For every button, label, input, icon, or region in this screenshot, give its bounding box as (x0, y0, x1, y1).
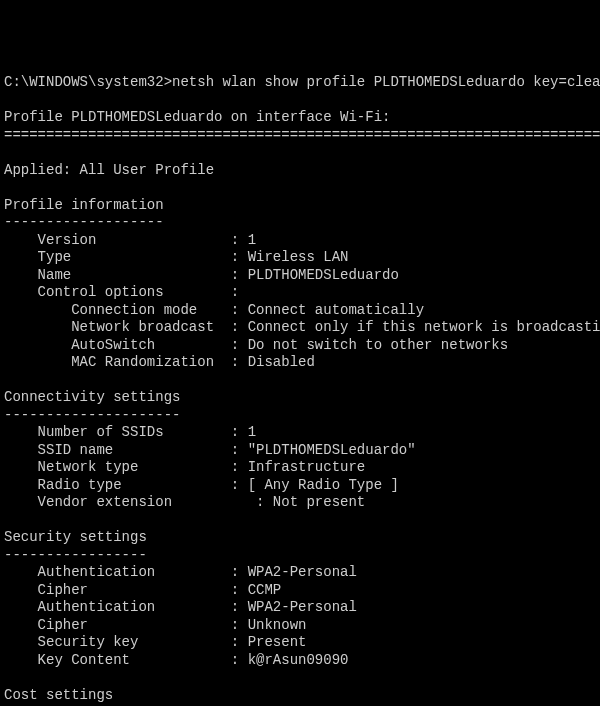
applied-line: Applied: All User Profile (4, 162, 214, 178)
output-line: Security key : Present (4, 634, 306, 650)
section-dash: --------------------- (4, 407, 180, 423)
section-dash: ------------------- (4, 214, 164, 230)
section-header: Profile information (4, 197, 164, 213)
section-header: Cost settings (4, 687, 113, 703)
output-line: Network type : Infrastructure (4, 459, 365, 475)
output-line: Cipher : CCMP (4, 582, 281, 598)
output-line: Number of SSIDs : 1 (4, 424, 256, 440)
output-line: SSID name : "PLDTHOMEDSLeduardo" (4, 442, 416, 458)
output-line: AutoSwitch : Do not switch to other netw… (4, 337, 508, 353)
output-line: Radio type : [ Any Radio Type ] (4, 477, 399, 493)
output-line: Cipher : Unknown (4, 617, 306, 633)
output-line: MAC Randomization : Disabled (4, 354, 315, 370)
section-dash: ----------------- (4, 547, 147, 563)
prompt-path: C:\WINDOWS\system32> (4, 74, 172, 90)
output-line: Type : Wireless LAN (4, 249, 348, 265)
output-line: Control options : (4, 284, 239, 300)
profile-header-line: Profile PLDTHOMEDSLeduardo on interface … (4, 109, 390, 125)
output-line: Network broadcast : Connect only if this… (4, 319, 600, 335)
terminal-output: C:\WINDOWS\system32>netsh wlan show prof… (4, 74, 596, 706)
output-line: Vendor extension : Not present (4, 494, 365, 510)
section-header: Security settings (4, 529, 147, 545)
section-header: Connectivity settings (4, 389, 180, 405)
command-text: netsh wlan show profile PLDTHOMEDSLeduar… (172, 74, 600, 90)
output-line: Authentication : WPA2-Personal (4, 599, 357, 615)
output-line: Key Content : k@rAsun09090 (4, 652, 348, 668)
output-line: Connection mode : Connect automatically (4, 302, 424, 318)
output-line: Authentication : WPA2-Personal (4, 564, 357, 580)
divider-line: ========================================… (4, 127, 600, 143)
output-line: Name : PLDTHOMEDSLeduardo (4, 267, 399, 283)
output-line: Version : 1 (4, 232, 256, 248)
